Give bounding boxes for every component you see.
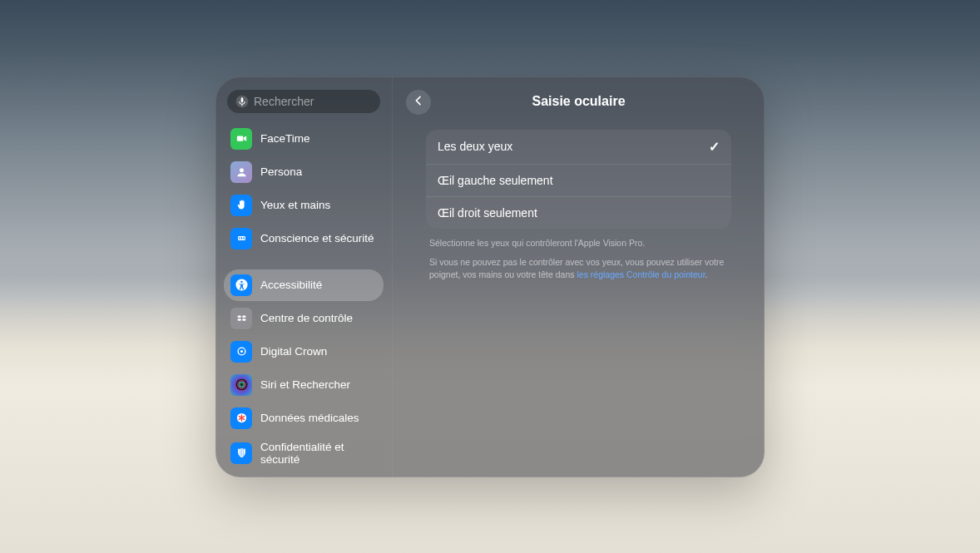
persona-icon (230, 161, 252, 183)
sidebar-item-label: Confidentialité et sécurité (260, 441, 377, 466)
privacy-icon (230, 442, 252, 464)
settings-window: FaceTimePersonaYeux et mainsConscience e… (215, 77, 765, 477)
hand-icon (230, 195, 252, 216)
sidebar-item-centre-de-controle[interactable]: Centre de contrôle (224, 303, 384, 334)
desktop-background: FaceTimePersonaYeux et mainsConscience e… (0, 0, 980, 553)
sidebar-item-siri-et-rechercher[interactable]: Siri et Rechercher (224, 369, 384, 401)
medical-icon (230, 407, 252, 429)
crown-icon (230, 341, 252, 363)
sidebar-item-facetime[interactable]: FaceTime (224, 123, 384, 155)
option-group: Les deux yeux✓Œil gauche seulementŒil dr… (426, 130, 731, 229)
svg-rect-12 (242, 315, 245, 318)
option-label: Les deux yeux (438, 140, 512, 153)
sidebar-item-accessibilite[interactable]: Accessibilité (224, 269, 384, 301)
sidebar-item-persona[interactable]: Persona (224, 156, 384, 188)
sidebar-item-label: Accessibilité (260, 279, 322, 291)
search-field[interactable] (227, 90, 380, 113)
sidebar-item-label: Données médicales (260, 412, 359, 424)
svg-point-10 (240, 281, 243, 284)
sidebar-item-label: Digital Crown (260, 345, 327, 358)
control-icon (230, 308, 252, 329)
content-pane: Saisie oculaire Les deux yeux✓Œil gauche… (392, 77, 765, 477)
sidebar-item-label: Yeux et mains (260, 199, 330, 211)
option--il-gauche-seulement[interactable]: Œil gauche seulement (426, 165, 731, 197)
sidebar-item-label: Siri et Rechercher (260, 378, 350, 391)
sidebar-item-label: Persona (260, 165, 302, 178)
svg-point-4 (240, 168, 244, 172)
sidebar-item-conscience-et-securite[interactable]: Conscience et sécurité (224, 223, 384, 254)
help-text-1: Sélectionne les yeux qui contrôleront l'… (429, 237, 728, 249)
svg-rect-11 (237, 315, 240, 318)
chevron-left-icon (412, 94, 425, 111)
back-button[interactable] (406, 90, 431, 115)
svg-rect-8 (243, 237, 244, 239)
pointer-control-link[interactable]: les réglages Contrôle du pointeur (577, 269, 705, 279)
svg-rect-14 (242, 318, 245, 321)
option-label: Œil droit seulement (438, 206, 537, 220)
sidebar-item-label: Centre de contrôle (260, 312, 353, 324)
siri-icon (230, 374, 252, 396)
svg-rect-13 (237, 318, 240, 321)
svg-point-16 (240, 350, 242, 353)
content-header: Saisie oculaire (393, 77, 765, 126)
sidebar-list: FaceTimePersonaYeux et mainsConscience e… (222, 123, 385, 471)
svg-rect-7 (240, 237, 241, 239)
sidebar: FaceTimePersonaYeux et mainsConscience e… (215, 77, 392, 477)
checkmark-icon: ✓ (709, 139, 720, 155)
sidebar-item-digital-crown[interactable]: Digital Crown (224, 336, 384, 368)
search-input[interactable] (254, 95, 372, 108)
help-block: Sélectionne les yeux qui contrôleront l'… (426, 237, 731, 282)
help-text-2: Si vous ne pouvez pas le contrôler avec … (429, 256, 728, 281)
svg-rect-3 (236, 136, 243, 141)
svg-rect-6 (239, 237, 240, 239)
dial-icon (230, 228, 252, 249)
sidebar-item-label: Conscience et sécurité (260, 232, 374, 244)
help-text-2b: . (705, 269, 708, 279)
sidebar-item-label: FaceTime (260, 132, 310, 145)
option-label: Œil gauche seulement (438, 174, 553, 187)
option-les-deux-yeux[interactable]: Les deux yeux✓ (426, 130, 731, 165)
sidebar-item-donnees-medicales[interactable]: Données médicales (224, 402, 384, 434)
sidebar-item-yeux-et-mains[interactable]: Yeux et mains (224, 190, 384, 221)
sidebar-item-confidentialite-et-securite[interactable]: Confidentialité et sécurité (224, 436, 384, 471)
facetime-icon (230, 128, 252, 150)
accessibility-icon (230, 274, 252, 296)
content-body: Les deux yeux✓Œil gauche seulementŒil dr… (393, 126, 765, 285)
mic-icon (235, 95, 249, 108)
option--il-droit-seulement[interactable]: Œil droit seulement (426, 197, 731, 229)
page-title: Saisie oculaire (532, 94, 625, 109)
svg-rect-1 (241, 97, 244, 102)
